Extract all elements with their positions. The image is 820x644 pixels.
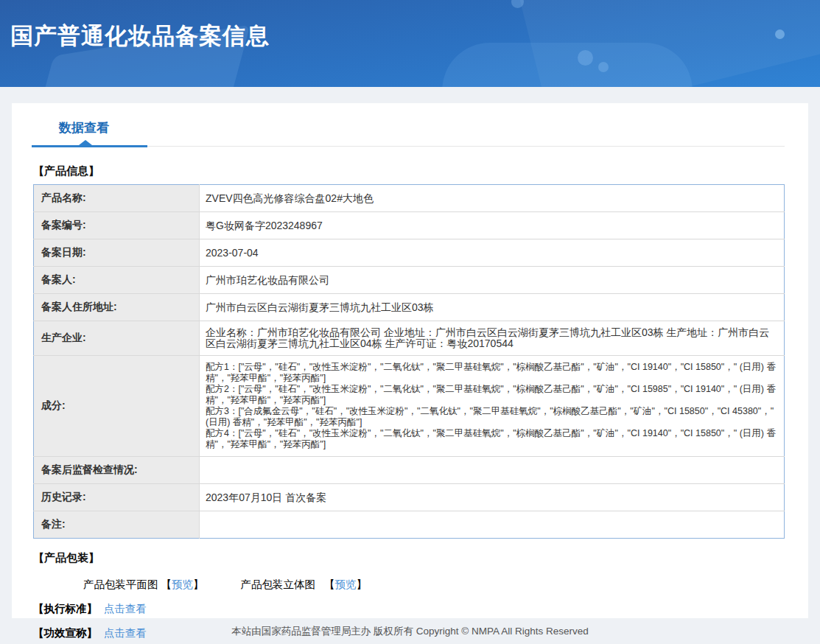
- row-label: 备注:: [34, 511, 200, 539]
- formula-line: 配方1：["云母"，"硅石"，"改性玉米淀粉"，"二氧化钛"，"聚二甲基硅氧烷"…: [206, 362, 778, 384]
- row-label: 生产企业:: [34, 321, 200, 356]
- row-value: ZVEV四色高光修容综合盘02#大地色: [200, 185, 785, 212]
- row-label: 备案日期:: [34, 239, 200, 267]
- formula-line: 配方3：["合成氟金云母"，"硅石"，"改性玉米淀粉"，"二氧化钛"，"聚二甲基…: [206, 406, 778, 428]
- standards-label: 【执行标准】: [33, 603, 97, 615]
- table-row: 备案人:广州市珀艺化妆品有限公司: [34, 267, 785, 294]
- table-row: 成分:配方1：["云母"，"硅石"，"改性玉米淀粉"，"二氧化钛"，"聚二甲基硅…: [34, 356, 785, 457]
- row-label: 历史记录:: [34, 484, 200, 511]
- tab-data-view[interactable]: 数据查看: [33, 118, 109, 136]
- efficacy-label: 【功效宣称】: [33, 627, 97, 639]
- table-row: 产品名称:ZVEV四色高光修容综合盘02#大地色: [34, 185, 785, 212]
- packaging-section-title: 【产品包装】: [33, 551, 785, 565]
- packaging-flat-label: 产品包装平面图: [83, 578, 158, 590]
- header-decoration-circle: [578, 50, 593, 66]
- table-row: 备案编号:粤G妆网备字2023248967: [34, 212, 785, 239]
- packaging-item-3d: 产品包装立体图 【预览】: [241, 578, 368, 590]
- active-tab-indicator: [32, 145, 147, 147]
- packaging-3d-label: 产品包装立体图: [241, 578, 316, 590]
- bracket-open: 【: [161, 578, 172, 590]
- packaging-row: 产品包装平面图 【预览】 产品包装立体图 【预览】: [83, 578, 785, 592]
- active-tab-arrow-icon: [79, 140, 92, 145]
- row-value: 配方1：["云母"，"硅石"，"改性玉米淀粉"，"二氧化钛"，"聚二甲基硅氧烷"…: [200, 356, 785, 457]
- packaging-flat-preview-link[interactable]: 预览: [172, 578, 193, 590]
- table-row: 历史记录:2023年07月10日 首次备案: [34, 484, 785, 511]
- table-row: 备注:: [34, 511, 785, 539]
- formula-line: 配方2：["云母"，"硅石"，"改性玉米淀粉"，"二氧化钛"，"聚二甲基硅氧烷"…: [206, 384, 778, 406]
- row-value: 企业名称：广州市珀艺化妆品有限公司 企业地址：广州市白云区白云湖街夏茅三博坑九社…: [200, 321, 785, 356]
- bracket-open: 【: [324, 578, 335, 590]
- row-label: 成分:: [34, 356, 200, 457]
- row-label: 备案后监督检查情况:: [34, 457, 200, 484]
- product-info-table: 产品名称:ZVEV四色高光修容综合盘02#大地色备案编号:粤G妆网备字20232…: [33, 184, 785, 539]
- page-title: 国产普通化妆品备案信息: [0, 0, 820, 52]
- bracket-close: 】: [357, 578, 368, 590]
- row-label: 备案人住所地址:: [34, 294, 200, 321]
- header-decoration-circle: [598, 62, 609, 72]
- packaging-item-flat: 产品包装平面图 【预览】: [83, 578, 204, 590]
- standards-view-link[interactable]: 点击查看: [104, 603, 147, 615]
- row-label: 产品名称:: [34, 185, 200, 212]
- row-label: 备案编号:: [34, 212, 200, 239]
- tab-bar: 数据查看: [33, 118, 785, 147]
- main-area: 数据查看 【产品信息】 产品名称:ZVEV四色高光修容综合盘02#大地色备案编号…: [0, 87, 820, 644]
- packaging-3d-preview-link[interactable]: 预览: [335, 578, 357, 590]
- table-row: 备案日期:2023-07-04: [34, 239, 785, 267]
- product-info-section-title: 【产品信息】: [33, 164, 785, 178]
- table-row: 备案人住所地址:广州市白云区白云湖街夏茅三博坑九社工业区03栋: [34, 294, 785, 321]
- footer-text: 本站由国家药品监督管理局主办 版权所有 Copyright © NMPA All…: [231, 626, 589, 637]
- page-header: 国产普通化妆品备案信息: [0, 0, 820, 87]
- row-label: 备案人:: [34, 267, 200, 294]
- row-value: 粤G妆网备字2023248967: [200, 212, 785, 239]
- row-value: [200, 457, 785, 484]
- row-value: 2023年07月10日 首次备案: [200, 484, 785, 511]
- table-row: 生产企业:企业名称：广州市珀艺化妆品有限公司 企业地址：广州市白云区白云湖街夏茅…: [34, 321, 785, 356]
- table-row: 备案后监督检查情况:: [34, 457, 785, 484]
- efficacy-view-link[interactable]: 点击查看: [104, 627, 147, 639]
- row-value: 广州市珀艺化妆品有限公司: [200, 267, 785, 294]
- row-value: 广州市白云区白云湖街夏茅三博坑九社工业区03栋: [200, 294, 785, 321]
- tab-data-view-label: 数据查看: [59, 121, 109, 135]
- row-value: 2023-07-04: [200, 239, 785, 267]
- content-card: 数据查看 【产品信息】 产品名称:ZVEV四色高光修容综合盘02#大地色备案编号…: [12, 103, 808, 618]
- row-value: [200, 511, 785, 539]
- page: 国产普通化妆品备案信息 数据查看 【产品信息】 产品名称:ZVEV四色高光修容综…: [0, 0, 820, 644]
- standards-line: 【执行标准】点击查看: [33, 602, 785, 616]
- formula-line: 配方4：["云母"，"硅石"，"改性玉米淀粉"，"二氧化钛"，"聚二甲基硅氧烷"…: [206, 428, 778, 450]
- bracket-close: 】: [193, 578, 204, 590]
